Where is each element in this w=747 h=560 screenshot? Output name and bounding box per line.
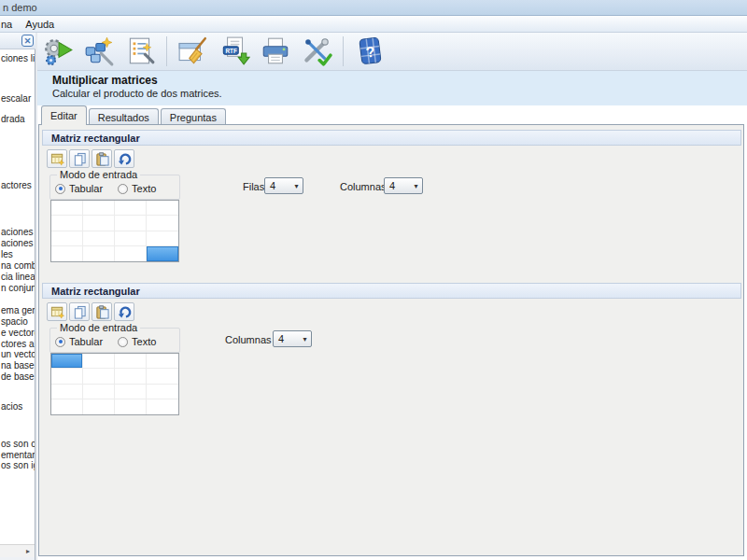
matrix-cell-selected[interactable] (147, 246, 178, 261)
sidebar-item[interactable]: actores (1, 180, 32, 190)
matrix-cell[interactable] (83, 216, 115, 231)
undo-button[interactable] (114, 149, 134, 168)
sidebar-item[interactable]: les (1, 249, 13, 259)
copy-button[interactable] (69, 149, 90, 168)
topic-tree[interactable]: ciones lineescalardradaactoresaciones li… (0, 49, 35, 544)
matrix-cell[interactable] (115, 246, 147, 261)
matrix-cell[interactable] (83, 369, 115, 384)
menu-item-ventana[interactable]: na (0, 16, 19, 32)
matrix-cell[interactable] (115, 201, 147, 216)
clear-button[interactable] (173, 34, 214, 69)
radio-tabular[interactable] (55, 184, 65, 194)
undo-icon (118, 152, 132, 166)
sidebar-item[interactable]: e vectores (1, 328, 35, 338)
matrix-cell[interactable] (115, 231, 147, 246)
sidebar-item[interactable]: ema gene (1, 305, 35, 315)
sidebar-item[interactable]: os son co (1, 439, 35, 449)
sidebar-item[interactable]: ctores a u (1, 339, 35, 349)
matrix-cell[interactable] (147, 399, 178, 414)
matrix-cell[interactable] (83, 354, 115, 369)
matrix-cell[interactable] (51, 399, 83, 414)
tab-editar[interactable]: Editar (41, 105, 87, 125)
matrix-grid-2[interactable] (50, 353, 179, 415)
sidebar-item[interactable]: os son igu (1, 460, 35, 470)
matrix-cell[interactable] (115, 369, 147, 384)
menu-item-ayuda[interactable]: Ayuda (19, 16, 61, 32)
sidebar-item[interactable]: na base (1, 360, 35, 371)
sidebar-item[interactable]: escalar (1, 93, 31, 104)
undo-button[interactable] (114, 302, 134, 321)
matrix-cell[interactable] (51, 369, 83, 384)
scroll-right-icon[interactable]: ▸ (22, 546, 34, 556)
settings-button[interactable] (296, 34, 337, 69)
matrix-cell[interactable] (115, 216, 147, 231)
sidebar-item[interactable]: cia lineal (1, 272, 35, 282)
sidebar-item[interactable]: de base (1, 371, 35, 382)
matrix-cell[interactable] (51, 246, 83, 261)
matrix-cell[interactable] (147, 354, 178, 369)
tab-resultados[interactable]: Resultados (89, 108, 159, 125)
sidebar-item[interactable]: drada (1, 114, 25, 124)
copy-icon (73, 305, 87, 319)
toolbar-separator (343, 36, 344, 66)
sidebar-item[interactable]: aciones lin (1, 238, 35, 248)
sidebar-item[interactable]: spacio (1, 316, 28, 327)
matrix-cell[interactable] (115, 385, 147, 399)
combo-arrow-icon: ▾ (299, 335, 311, 343)
columnas-select-1[interactable]: 4 ▾ (384, 177, 423, 194)
matrix-cell[interactable] (51, 201, 83, 216)
matrix-cell[interactable] (147, 231, 178, 246)
matrix-cell[interactable] (147, 216, 178, 231)
radio-tabular-label[interactable]: Tabular (69, 336, 103, 347)
radio-texto-label[interactable]: Texto (132, 183, 156, 194)
matrix-cell[interactable] (83, 385, 115, 399)
matrix-cell[interactable] (83, 399, 115, 414)
steps-button[interactable] (120, 34, 161, 69)
matrix-cell[interactable] (51, 385, 83, 399)
page-title: Multiplicar matrices (52, 74, 158, 87)
radio-texto[interactable] (118, 337, 128, 347)
sidebar-item[interactable]: ciones line (1, 53, 35, 63)
new-matrix-button[interactable] (47, 302, 67, 321)
wizard-button[interactable] (78, 34, 120, 69)
matrix-cell[interactable] (147, 201, 178, 216)
matrix-cell[interactable] (115, 354, 147, 369)
matrix-cell[interactable] (51, 231, 83, 246)
sidebar-splitter[interactable] (35, 33, 37, 560)
radio-texto[interactable] (118, 184, 128, 194)
sidebar-item[interactable]: ementario (1, 450, 35, 460)
sidebar-item[interactable]: un vector (1, 349, 35, 359)
radio-texto-label[interactable]: Texto (132, 336, 156, 347)
paste-button[interactable] (92, 302, 112, 321)
close-icon[interactable]: ✕ (21, 35, 34, 47)
paste-button[interactable] (92, 149, 112, 168)
radio-tabular[interactable] (55, 337, 65, 347)
matrix-cell[interactable] (147, 385, 178, 399)
new-matrix-button[interactable] (47, 149, 67, 168)
radio-tabular-label[interactable]: Tabular (69, 183, 103, 194)
sidebar-item[interactable]: na combina (1, 260, 35, 271)
matrix-cell[interactable] (83, 231, 115, 246)
matrix-cell[interactable] (147, 369, 178, 384)
export-rtf-button[interactable]: RTF (214, 34, 255, 69)
matrix-grid-1[interactable] (50, 200, 179, 262)
matrix-cell[interactable] (115, 399, 147, 414)
run-button[interactable] (37, 34, 78, 69)
tab-preguntas[interactable]: Preguntas (161, 108, 226, 125)
combo-arrow-icon: ▾ (410, 182, 422, 190)
matrix-1-toolbar (47, 149, 136, 168)
sidebar-item[interactable]: n conjunto (1, 283, 35, 293)
matrix-cell-selected[interactable] (51, 354, 83, 369)
sidebar-item[interactable]: aciones lin (1, 227, 35, 237)
copy-button[interactable] (69, 302, 90, 321)
sidebar-item[interactable]: acios (1, 401, 22, 412)
columnas-select-2[interactable]: 4 ▾ (273, 330, 312, 347)
window-title: n demo (3, 2, 37, 13)
filas-select[interactable]: 4 ▾ (264, 177, 303, 194)
matrix-cell[interactable] (51, 216, 83, 231)
sidebar-horizontal-scrollbar[interactable]: ▸ (0, 544, 35, 557)
matrix-cell[interactable] (83, 246, 115, 261)
matrix-cell[interactable] (83, 201, 115, 216)
help-button[interactable]: ? (349, 34, 390, 69)
print-button[interactable] (255, 34, 296, 69)
